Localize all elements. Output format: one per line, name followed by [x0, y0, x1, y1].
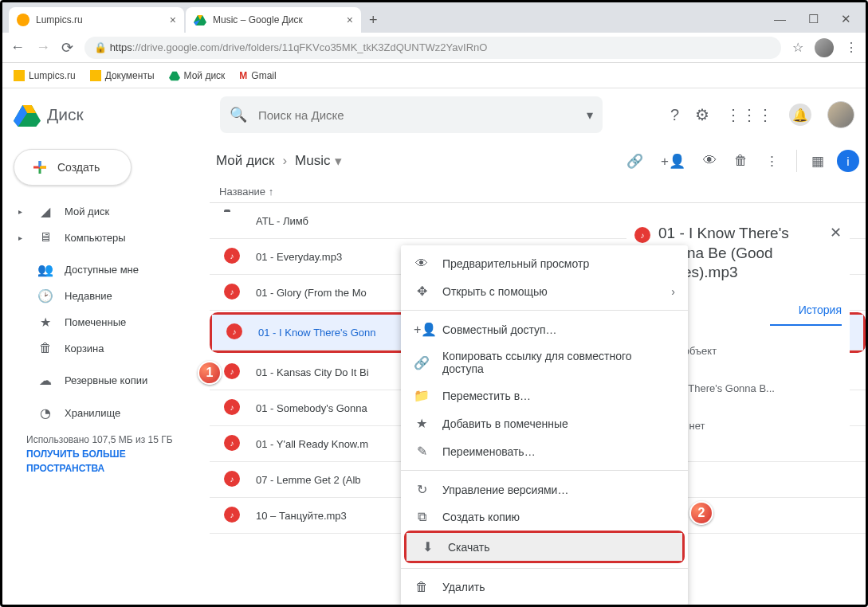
address-bar[interactable]: 🔒 https://drive.google.com/drive/folders…	[84, 37, 781, 59]
tab-drive[interactable]: Music – Google Диск ×	[186, 7, 361, 33]
drive-logo[interactable]: Диск	[14, 103, 209, 127]
folder-move-icon: 📁	[414, 388, 430, 403]
svg-marker-3	[169, 71, 180, 80]
ctx-move[interactable]: 📁Переместить в…	[401, 382, 688, 409]
sidebar-item-mydrive[interactable]: ▸◢Мой диск	[7, 198, 205, 225]
back-button[interactable]: ←	[10, 39, 25, 56]
close-icon[interactable]: ✕	[830, 224, 842, 241]
bookmark-lumpics[interactable]: Lumpics.ru	[14, 70, 76, 81]
help-icon[interactable]: ?	[670, 106, 679, 124]
share-icon[interactable]: +👤	[661, 153, 685, 170]
sidebar-item-computers[interactable]: ▸🖥Компьютеры	[7, 225, 205, 250]
delete-icon[interactable]: 🗑	[734, 153, 748, 169]
divider	[401, 568, 688, 569]
forward-button: →	[36, 39, 50, 56]
storage-upgrade-link[interactable]: ПОЛУЧИТЬ БОЛЬШЕ ПРОСТРАНСТВА	[26, 448, 126, 474]
search-icon: 🔍	[230, 106, 247, 123]
audio-icon: ♪	[224, 471, 240, 487]
details-tab-history[interactable]: История	[770, 296, 842, 326]
sidebar-item-storage[interactable]: ◔Хранилище	[7, 400, 205, 426]
drive-header: Диск 🔍 ▾ ? ⚙ ⋮⋮⋮ 🔔	[2, 88, 866, 141]
sidebar-item-starred[interactable]: ★Помеченные	[7, 309, 205, 335]
audio-icon: ♪	[224, 399, 240, 415]
tab-lumpics[interactable]: Lumpics.ru ×	[9, 7, 184, 33]
app-name: Диск	[47, 105, 84, 124]
trash-icon: 🗑	[414, 580, 430, 594]
context-menu: 👁Предварительный просмотр ✥Открыть с пом…	[401, 245, 688, 605]
account-avatar[interactable]	[827, 101, 854, 128]
settings-icon[interactable]: ⚙	[695, 105, 709, 124]
ctx-copylink[interactable]: 🔗Копировать ссылку для совместного досту…	[401, 343, 688, 382]
ctx-share[interactable]: +👤Совместный доступ…	[401, 315, 688, 343]
sort-arrow-icon: ↑	[269, 186, 274, 198]
star-icon[interactable]: ☆	[792, 40, 803, 55]
ctx-delete[interactable]: 🗑Удалить	[401, 574, 688, 601]
breadcrumb-current[interactable]: Music ▾	[295, 153, 342, 170]
bookmark-mydrive[interactable]: Мой диск	[169, 70, 226, 81]
sidebar-item-backups[interactable]: ☁Резервные копии	[7, 367, 205, 394]
close-icon[interactable]: ×	[170, 14, 176, 26]
more-icon[interactable]: ⋮	[765, 153, 779, 170]
storage-usage: Использовано 107,5 МБ из 15 ГБ	[26, 433, 186, 447]
url-scheme: https	[110, 41, 132, 53]
favicon	[17, 14, 29, 26]
profile-avatar[interactable]	[815, 38, 834, 57]
search-bar[interactable]: 🔍 ▾	[220, 96, 603, 133]
sidebar-item-trash[interactable]: 🗑Корзина	[7, 335, 205, 361]
divider	[401, 470, 688, 471]
bookmark-gmail[interactable]: MGmail	[239, 70, 276, 81]
openwith-icon: ✥	[414, 284, 430, 299]
window-minimize[interactable]: —	[774, 12, 786, 26]
chevron-right-icon: ›	[671, 285, 675, 298]
divider	[401, 310, 688, 311]
browser-toolbar: ← → ⟳ 🔒 https://drive.google.com/drive/f…	[2, 33, 866, 63]
person-add-icon: +👤	[414, 322, 430, 337]
bookmark-docs[interactable]: Документы	[90, 70, 155, 81]
ctx-copy[interactable]: ⧉Создать копию	[401, 503, 688, 531]
annotation-marker-2: 2	[689, 501, 713, 525]
search-input[interactable]	[258, 108, 587, 122]
ctx-download[interactable]: ⬇Скачать	[407, 533, 682, 561]
notifications-icon[interactable]: 🔔	[789, 104, 811, 126]
browser-menu-icon[interactable]: ⋮	[845, 40, 858, 55]
breadcrumb-root[interactable]: Мой диск	[216, 153, 274, 169]
copy-icon: ⧉	[414, 510, 430, 524]
action-bar: Мой диск › Music ▾ 🔗 +👤 👁 🗑 ⋮ ▦ i	[210, 141, 866, 181]
details-line: now There's Gonna B...	[666, 379, 842, 397]
info-icon[interactable]: i	[837, 150, 859, 172]
audio-icon: ♪	[226, 323, 242, 339]
reload-button[interactable]: ⟳	[61, 39, 73, 57]
new-tab-button[interactable]: +	[363, 12, 384, 29]
audio-icon: ♪	[224, 248, 240, 264]
sidebar-item-shared[interactable]: 👥Доступные мне	[7, 257, 205, 283]
rename-icon: ✎	[414, 444, 430, 459]
annotation-marker-1: 1	[198, 361, 222, 385]
window-maximize[interactable]: ☐	[808, 12, 819, 26]
favicon	[194, 14, 206, 26]
close-icon[interactable]: ×	[347, 14, 353, 26]
star-icon: ★	[414, 416, 430, 431]
ctx-openwith[interactable]: ✥Открыть с помощью›	[401, 277, 688, 305]
search-dropdown-icon[interactable]: ▾	[587, 108, 593, 123]
audio-icon: ♪	[224, 284, 240, 300]
ctx-rename[interactable]: ✎Переименовать…	[401, 437, 688, 465]
ctx-versions[interactable]: ↻Управление версиями…	[401, 476, 688, 503]
audio-icon: ♪	[224, 435, 240, 451]
link-icon: 🔗	[414, 355, 430, 370]
details-line: и 1 объект	[666, 342, 842, 360]
ctx-preview[interactable]: 👁Предварительный просмотр	[401, 250, 688, 277]
ctx-star[interactable]: ★Добавить в помеченные	[401, 409, 688, 437]
tab-title: Music – Google Диск	[213, 14, 303, 25]
sidebar-item-recent[interactable]: 🕑Недавние	[7, 283, 205, 309]
apps-icon[interactable]: ⋮⋮⋮	[725, 105, 773, 124]
preview-icon[interactable]: 👁	[703, 153, 717, 169]
link-icon[interactable]: 🔗	[626, 153, 643, 170]
column-header[interactable]: Название ↑	[210, 181, 866, 203]
bookmarks-bar: Lumpics.ru Документы Мой диск MGmail	[2, 63, 866, 88]
create-button[interactable]: Создать	[14, 149, 132, 186]
download-icon: ⬇	[419, 539, 435, 554]
audio-icon: ♪	[224, 363, 240, 379]
grid-view-icon[interactable]: ▦	[811, 153, 824, 170]
window-close[interactable]: ✕	[841, 12, 851, 26]
lock-icon: 🔒	[94, 41, 107, 53]
